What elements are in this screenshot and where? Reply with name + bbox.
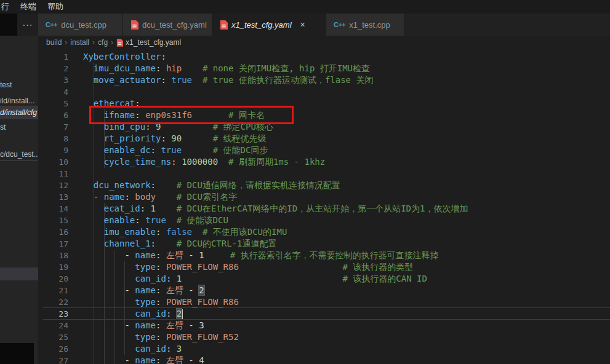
- code-line[interactable]: 20 can_id: 1 # 该执行器的CAN ID: [38, 273, 610, 285]
- code-line[interactable]: 21 - name: 左臂 - 2: [38, 285, 610, 296]
- code-text: can_id: 1 # 该执行器的CAN ID: [81, 273, 427, 285]
- code-line[interactable]: 5 ethercat:: [38, 98, 610, 109]
- yaml-icon: [116, 39, 123, 47]
- sidebar-black-corner: [0, 14, 17, 36]
- code-line[interactable]: 18 - name: 左臂 - 1 # 执行器索引名字，不需要控制的执行器可直接…: [38, 250, 610, 261]
- cpp-icon: C++: [46, 21, 57, 28]
- tab-label: x1_test_cfg.yaml: [231, 20, 292, 30]
- line-number[interactable]: 24: [38, 320, 81, 331]
- code-line[interactable]: 9 enable_dc: true # 使能DC同步: [38, 144, 610, 156]
- code-line[interactable]: 12 dcu_network: # DCU通信网络，请根据实机连接情况配置: [38, 180, 610, 191]
- code-text: enable: true # 使能该DCU: [81, 215, 228, 226]
- tab-bar: C++ dcu_test.cpp dcu_test_cfg.yaml x1_te…: [38, 14, 610, 36]
- code-text: [81, 168, 83, 180]
- line-number[interactable]: 11: [38, 168, 81, 180]
- code-line[interactable]: 8 rt_priority: 90 # 线程优先级: [38, 133, 610, 144]
- breadcrumb-file-label: x1_test_cfg.yaml: [126, 38, 181, 47]
- tab-label: dcu_test.cpp: [61, 20, 106, 30]
- code-text: enable_dc: true # 使能DC同步: [81, 144, 268, 156]
- code-text: type: POWER_FLOW_R52: [81, 331, 239, 343]
- line-number[interactable]: 25: [38, 331, 81, 343]
- code-lines: 1XyberController:2 imu_dcu_name: hip # n…: [38, 51, 610, 364]
- line-number[interactable]: 17: [38, 238, 81, 250]
- breadcrumb-item-build[interactable]: build: [46, 38, 62, 47]
- tab-dcu-test-cfg-yaml[interactable]: dcu_test_cfg.yaml: [123, 14, 212, 36]
- sidebar-item[interactable]: st: [0, 122, 38, 133]
- sidebar-item[interactable]: test: [0, 79, 38, 91]
- code-line[interactable]: 25 type: POWER_FLOW_R52: [38, 331, 610, 343]
- menu-item-terminal[interactable]: 终端: [15, 1, 42, 12]
- line-number[interactable]: 12: [38, 180, 81, 191]
- code-line[interactable]: 3 move_actuator: true # true 使能执行器运动测试，f…: [38, 74, 610, 86]
- line-number[interactable]: 8: [38, 133, 81, 144]
- editor[interactable]: 1XyberController:2 imu_dcu_name: hip # n…: [38, 49, 610, 364]
- line-number[interactable]: 22: [38, 296, 81, 308]
- code-line[interactable]: 17 channel_1: # DCU的CTRL-1通道配置: [38, 238, 610, 250]
- sidebar-row-highlight[interactable]: [0, 267, 38, 280]
- line-number[interactable]: 23: [38, 308, 81, 320]
- line-number[interactable]: 3: [38, 74, 81, 86]
- code-text: imu_enable: false # 不使用该DCU的IMU: [81, 226, 287, 238]
- code-line[interactable]: 16 imu_enable: false # 不使用该DCU的IMU: [38, 226, 610, 238]
- code-text: type: POWER_FLOW_R86: [81, 296, 239, 308]
- code-line[interactable]: 4: [38, 86, 610, 98]
- line-number[interactable]: 27: [38, 355, 81, 364]
- breadcrumb-item-file[interactable]: x1_test_cfg.yaml: [116, 38, 181, 47]
- sidebar-bottom-black: [0, 343, 34, 364]
- line-number[interactable]: 5: [38, 98, 81, 109]
- breadcrumb-item-cfg[interactable]: cfg: [98, 38, 108, 47]
- code-text: [81, 86, 83, 98]
- code-line[interactable]: 10 cycle_time_ns: 1000000 # 刷新周期1ms - 1k…: [38, 156, 610, 168]
- line-number[interactable]: 21: [38, 285, 81, 296]
- line-number[interactable]: 20: [38, 273, 81, 285]
- code-line[interactable]: 27 - name: 左臂 - 4: [38, 355, 610, 364]
- line-number[interactable]: 10: [38, 156, 81, 168]
- tab-x1-test-cpp[interactable]: C++ x1_test.cpp: [326, 14, 405, 36]
- code-line[interactable]: 11: [38, 168, 610, 180]
- code-line[interactable]: 22 type: POWER_FLOW_R86: [38, 296, 610, 308]
- cpp-icon: C++: [334, 21, 345, 28]
- code-line[interactable]: 1XyberController:: [38, 51, 610, 63]
- code-line[interactable]: 23 can_id: 2: [38, 308, 610, 320]
- close-icon[interactable]: ×: [300, 20, 305, 30]
- sidebar-item-selected[interactable]: d/install/cfg: [0, 106, 38, 119]
- line-number[interactable]: 15: [38, 215, 81, 226]
- code-text: - name: 左臂 - 3: [81, 320, 204, 331]
- tab-dcu-test-cpp[interactable]: C++ dcu_test.cpp: [38, 14, 123, 36]
- breadcrumb-item-install[interactable]: install: [70, 38, 89, 47]
- sidebar-item[interactable]: c/dcu_test...: [0, 149, 38, 161]
- line-number[interactable]: 13: [38, 191, 81, 203]
- code-line[interactable]: 19 type: POWER_FLOW_R86 # 该执行器的类型: [38, 261, 610, 273]
- code-text: channel_1: # DCU的CTRL-1通道配置: [81, 238, 276, 250]
- code-text: ecat_id: 1 # DCU在EtherCAT网络中的ID，从主站开始，第一…: [81, 203, 468, 215]
- line-number[interactable]: 1: [38, 51, 81, 63]
- code-text: dcu_network: # DCU通信网络，请根据实机连接情况配置: [81, 180, 340, 191]
- line-number[interactable]: 19: [38, 261, 81, 273]
- code-line[interactable]: 26 can_id: 3: [38, 343, 610, 355]
- more-actions-icon[interactable]: ···: [17, 20, 38, 30]
- code-line[interactable]: 2 imu_dcu_name: hip # none 关闭IMU检查, hip …: [38, 63, 610, 74]
- code-line[interactable]: 6 ifname: enp0s31f6 # 网卡名: [38, 109, 610, 121]
- menu-item-run[interactable]: 行: [0, 1, 15, 12]
- code-line[interactable]: 7 bind_cpu: 9 # 绑定CPU核心: [38, 121, 610, 133]
- line-number[interactable]: 18: [38, 250, 81, 261]
- line-number[interactable]: 4: [38, 86, 81, 98]
- sidebar-top-strip: ···: [0, 14, 38, 36]
- line-number[interactable]: 2: [38, 63, 81, 74]
- code-text: imu_dcu_name: hip # none 关闭IMU检查, hip 打开…: [81, 63, 370, 74]
- line-number[interactable]: 9: [38, 144, 81, 156]
- code-line[interactable]: 15 enable: true # 使能该DCU: [38, 215, 610, 226]
- line-number[interactable]: 7: [38, 121, 81, 133]
- line-number[interactable]: 14: [38, 203, 81, 215]
- code-text: ethercat:: [81, 98, 140, 109]
- code-text: move_actuator: true # true 使能执行器运动测试，fla…: [81, 74, 373, 86]
- code-text: can_id: 2: [81, 308, 183, 320]
- line-number[interactable]: 16: [38, 226, 81, 238]
- line-number[interactable]: 6: [38, 109, 81, 121]
- line-number[interactable]: 26: [38, 343, 81, 355]
- menu-item-help[interactable]: 帮助: [42, 1, 69, 12]
- tab-x1-test-cfg-yaml[interactable]: x1_test_cfg.yaml ×: [212, 14, 326, 36]
- code-line[interactable]: 13 - name: body # DCU索引名字: [38, 191, 610, 203]
- code-line[interactable]: 24 - name: 左臂 - 3: [38, 320, 610, 331]
- code-line[interactable]: 14 ecat_id: 1 # DCU在EtherCAT网络中的ID，从主站开始…: [38, 203, 610, 215]
